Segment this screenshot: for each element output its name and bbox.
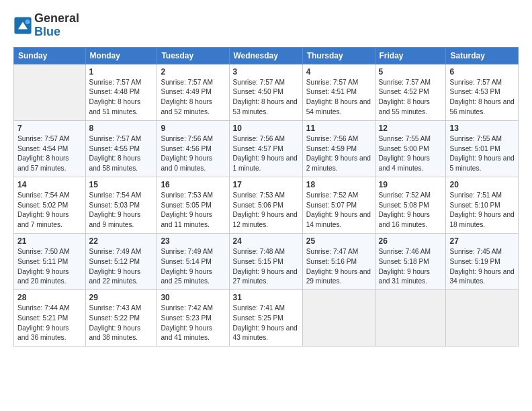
- day-info: Sunrise: 7:49 AMSunset: 5:12 PMDaylight:…: [89, 247, 154, 287]
- col-header-thursday: Thursday: [302, 47, 375, 64]
- day-number: 23: [161, 236, 225, 246]
- col-header-wednesday: Wednesday: [229, 47, 302, 64]
- day-number: 10: [233, 124, 299, 133]
- day-info: Sunrise: 7:57 AMSunset: 4:52 PMDaylight:…: [379, 78, 443, 118]
- day-number: 7: [17, 124, 82, 133]
- calendar-week-4: 28Sunrise: 7:44 AMSunset: 5:21 PMDayligh…: [14, 290, 519, 347]
- calendar-cell: 28Sunrise: 7:44 AMSunset: 5:21 PMDayligh…: [14, 290, 86, 347]
- calendar-cell: 26Sunrise: 7:46 AMSunset: 5:18 PMDayligh…: [375, 233, 446, 289]
- calendar-cell: 13Sunrise: 7:55 AMSunset: 5:01 PMDayligh…: [446, 120, 519, 177]
- logo-icon: [13, 16, 32, 35]
- calendar-cell: 19Sunrise: 7:52 AMSunset: 5:08 PMDayligh…: [375, 177, 446, 233]
- calendar-cell: 14Sunrise: 7:54 AMSunset: 5:02 PMDayligh…: [14, 177, 86, 233]
- calendar-cell: 15Sunrise: 7:54 AMSunset: 5:03 PMDayligh…: [85, 177, 157, 233]
- day-info: Sunrise: 7:49 AMSunset: 5:14 PMDaylight:…: [161, 247, 225, 287]
- calendar-cell: 4Sunrise: 7:57 AMSunset: 4:51 PMDaylight…: [302, 64, 375, 120]
- day-number: 19: [379, 180, 443, 189]
- calendar-cell: 21Sunrise: 7:50 AMSunset: 5:11 PMDayligh…: [14, 233, 86, 289]
- day-number: 2: [161, 67, 225, 77]
- day-number: 11: [306, 124, 371, 133]
- day-info: Sunrise: 7:52 AMSunset: 5:07 PMDaylight:…: [306, 191, 371, 230]
- day-info: Sunrise: 7:55 AMSunset: 5:00 PMDaylight:…: [379, 134, 443, 174]
- calendar-cell: 10Sunrise: 7:56 AMSunset: 4:57 PMDayligh…: [229, 120, 302, 177]
- day-number: 21: [17, 236, 82, 246]
- day-info: Sunrise: 7:55 AMSunset: 5:01 PMDaylight:…: [449, 134, 515, 174]
- day-number: 3: [233, 67, 299, 77]
- day-info: Sunrise: 7:53 AMSunset: 5:06 PMDaylight:…: [233, 191, 299, 230]
- day-number: 26: [379, 236, 443, 246]
- calendar-cell: 7Sunrise: 7:57 AMSunset: 4:54 PMDaylight…: [14, 120, 86, 177]
- calendar-cell: 6Sunrise: 7:57 AMSunset: 4:53 PMDaylight…: [446, 64, 519, 120]
- calendar-cell: 18Sunrise: 7:52 AMSunset: 5:07 PMDayligh…: [302, 177, 375, 233]
- day-info: Sunrise: 7:54 AMSunset: 5:03 PMDaylight:…: [89, 191, 154, 230]
- calendar-cell: 20Sunrise: 7:51 AMSunset: 5:10 PMDayligh…: [446, 177, 519, 233]
- day-info: Sunrise: 7:44 AMSunset: 5:21 PMDaylight:…: [17, 304, 82, 343]
- day-info: Sunrise: 7:57 AMSunset: 4:50 PMDaylight:…: [233, 78, 299, 118]
- day-info: Sunrise: 7:48 AMSunset: 5:15 PMDaylight:…: [233, 247, 299, 287]
- calendar-cell: [302, 290, 375, 347]
- day-info: Sunrise: 7:45 AMSunset: 5:19 PMDaylight:…: [449, 247, 515, 287]
- calendar-cell: 3Sunrise: 7:57 AMSunset: 4:50 PMDaylight…: [229, 64, 302, 120]
- header: General Blue: [13, 12, 519, 39]
- calendar-cell: 5Sunrise: 7:57 AMSunset: 4:52 PMDaylight…: [375, 64, 446, 120]
- day-info: Sunrise: 7:57 AMSunset: 4:54 PMDaylight:…: [17, 134, 82, 174]
- header-row: SundayMondayTuesdayWednesdayThursdayFrid…: [14, 47, 519, 64]
- day-info: Sunrise: 7:42 AMSunset: 5:23 PMDaylight:…: [161, 304, 225, 343]
- calendar-week-1: 7Sunrise: 7:57 AMSunset: 4:54 PMDaylight…: [14, 120, 519, 177]
- day-number: 9: [161, 124, 225, 133]
- svg-point-2: [26, 19, 30, 24]
- calendar-cell: 23Sunrise: 7:49 AMSunset: 5:14 PMDayligh…: [157, 233, 229, 289]
- calendar-cell: [375, 290, 446, 347]
- calendar-cell: 2Sunrise: 7:57 AMSunset: 4:49 PMDaylight…: [157, 64, 229, 120]
- day-number: 6: [449, 67, 515, 77]
- day-info: Sunrise: 7:57 AMSunset: 4:49 PMDaylight:…: [161, 78, 225, 118]
- calendar-body: 1Sunrise: 7:57 AMSunset: 4:48 PMDaylight…: [14, 64, 519, 347]
- day-number: 27: [449, 236, 515, 246]
- day-info: Sunrise: 7:56 AMSunset: 4:56 PMDaylight:…: [161, 134, 225, 174]
- col-header-saturday: Saturday: [446, 47, 519, 64]
- col-header-monday: Monday: [85, 47, 157, 64]
- col-header-sunday: Sunday: [14, 47, 86, 64]
- day-info: Sunrise: 7:53 AMSunset: 5:05 PMDaylight:…: [161, 191, 225, 230]
- day-info: Sunrise: 7:57 AMSunset: 4:51 PMDaylight:…: [306, 78, 371, 118]
- day-info: Sunrise: 7:43 AMSunset: 5:22 PMDaylight:…: [89, 304, 154, 343]
- day-number: 25: [306, 236, 371, 246]
- calendar-cell: 17Sunrise: 7:53 AMSunset: 5:06 PMDayligh…: [229, 177, 302, 233]
- calendar-cell: 8Sunrise: 7:57 AMSunset: 4:55 PMDaylight…: [85, 120, 157, 177]
- day-info: Sunrise: 7:50 AMSunset: 5:11 PMDaylight:…: [17, 247, 82, 287]
- calendar-table: SundayMondayTuesdayWednesdayThursdayFrid…: [13, 47, 519, 347]
- day-number: 12: [379, 124, 443, 133]
- day-number: 30: [161, 293, 225, 302]
- day-number: 4: [306, 67, 371, 77]
- calendar-week-3: 21Sunrise: 7:50 AMSunset: 5:11 PMDayligh…: [14, 233, 519, 289]
- day-info: Sunrise: 7:57 AMSunset: 4:48 PMDaylight:…: [89, 78, 154, 118]
- day-number: 1: [89, 67, 154, 77]
- calendar-week-0: 1Sunrise: 7:57 AMSunset: 4:48 PMDaylight…: [14, 64, 519, 120]
- day-number: 13: [449, 124, 515, 133]
- day-number: 15: [89, 180, 154, 189]
- day-info: Sunrise: 7:51 AMSunset: 5:10 PMDaylight:…: [449, 191, 515, 230]
- col-header-friday: Friday: [375, 47, 446, 64]
- calendar-cell: 22Sunrise: 7:49 AMSunset: 5:12 PMDayligh…: [85, 233, 157, 289]
- day-number: 24: [233, 236, 299, 246]
- day-info: Sunrise: 7:57 AMSunset: 4:53 PMDaylight:…: [449, 78, 515, 118]
- calendar-cell: 25Sunrise: 7:47 AMSunset: 5:16 PMDayligh…: [302, 233, 375, 289]
- day-info: Sunrise: 7:52 AMSunset: 5:08 PMDaylight:…: [379, 191, 443, 230]
- day-number: 14: [17, 180, 82, 189]
- day-number: 29: [89, 293, 154, 302]
- calendar-cell: 31Sunrise: 7:41 AMSunset: 5:25 PMDayligh…: [229, 290, 302, 347]
- logo-blue: Blue: [34, 25, 60, 38]
- day-number: 16: [161, 180, 225, 189]
- day-info: Sunrise: 7:46 AMSunset: 5:18 PMDaylight:…: [379, 247, 443, 287]
- day-info: Sunrise: 7:56 AMSunset: 4:57 PMDaylight:…: [233, 134, 299, 174]
- page: General Blue SundayMondayTuesdayWednesda…: [0, 0, 532, 411]
- calendar-cell: 11Sunrise: 7:56 AMSunset: 4:59 PMDayligh…: [302, 120, 375, 177]
- logo: General Blue: [13, 12, 79, 39]
- calendar-cell: 27Sunrise: 7:45 AMSunset: 5:19 PMDayligh…: [446, 233, 519, 289]
- logo-text: General Blue: [34, 12, 79, 39]
- calendar-header: SundayMondayTuesdayWednesdayThursdayFrid…: [14, 47, 519, 64]
- calendar-cell: 1Sunrise: 7:57 AMSunset: 4:48 PMDaylight…: [85, 64, 157, 120]
- calendar-cell: 30Sunrise: 7:42 AMSunset: 5:23 PMDayligh…: [157, 290, 229, 347]
- day-info: Sunrise: 7:54 AMSunset: 5:02 PMDaylight:…: [17, 191, 82, 230]
- calendar-cell: [446, 290, 519, 347]
